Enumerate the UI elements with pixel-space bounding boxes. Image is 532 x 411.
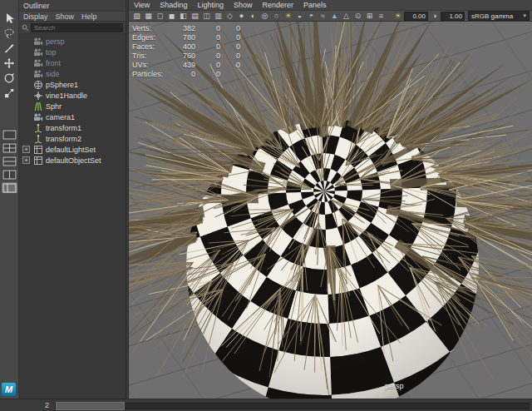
- viewport-menu-shading[interactable]: Shading: [160, 1, 187, 9]
- move-tool[interactable]: [2, 56, 17, 71]
- hud-total: 400: [170, 42, 195, 52]
- paint-select-tool[interactable]: [2, 41, 17, 56]
- view-cube-icon[interactable]: ▧: [131, 11, 142, 21]
- hair-icon: [33, 102, 43, 111]
- hud-component: 0: [220, 33, 240, 42]
- film-gate-icon[interactable]: ◻: [155, 11, 165, 21]
- outliner-item-defaultObjectSet[interactable]: +defaultObjectSet: [19, 155, 126, 166]
- viewport-menu-renderer[interactable]: Renderer: [262, 1, 293, 9]
- gamma-field[interactable]: 1.00: [441, 12, 465, 21]
- camera-attributes-icon[interactable]: ≡: [376, 11, 387, 21]
- textured-mode-icon[interactable]: ◐: [248, 11, 259, 21]
- hud-label: Tris:: [132, 52, 170, 61]
- search-icon: [22, 24, 29, 32]
- ambient-occlusion-icon[interactable]: ◓: [306, 11, 317, 21]
- range-slider-bar: 2: [0, 399, 532, 411]
- camera-label: persp: [385, 382, 404, 390]
- hud-total: 780: [170, 33, 195, 42]
- gamma-icon[interactable]: ◑: [429, 11, 440, 21]
- exposure-field[interactable]: 0.00: [404, 12, 428, 21]
- expander-icon[interactable]: +: [22, 156, 30, 164]
- isolate-select-icon[interactable]: ⊙: [352, 11, 363, 21]
- outliner-item-front[interactable]: front: [19, 57, 126, 68]
- outliner-menubar: DisplayShowHelp: [19, 11, 126, 22]
- hud-selected: 0: [195, 70, 220, 79]
- poly-count-hud: Verts:38200Edges:78000Faces:40000Tris:76…: [132, 24, 240, 79]
- outliner-item-side[interactable]: side: [19, 68, 126, 79]
- camera-icon: [33, 58, 43, 68]
- tool-box-layouts: [2, 129, 17, 193]
- outliner-item-defaultLightSet[interactable]: +defaultLightSet: [19, 144, 126, 155]
- camera-icon: [33, 112, 43, 122]
- snap-to-grid-icon[interactable]: ⊞: [364, 11, 375, 21]
- maya-logo[interactable]: M: [2, 383, 16, 396]
- outliner-item-persp[interactable]: persp: [19, 36, 126, 47]
- node-label: vine1Handle: [46, 92, 87, 100]
- hud-label: Particles:: [132, 70, 170, 79]
- layout-four-pane[interactable]: [2, 142, 17, 153]
- anti-aliasing-icon[interactable]: ▲: [329, 11, 340, 21]
- hud-selected: 0: [195, 24, 220, 33]
- outliner-item-pSphere1[interactable]: pSphere1: [19, 79, 126, 90]
- grid-toggle-icon[interactable]: ▦: [143, 11, 154, 21]
- node-label: side: [46, 70, 60, 78]
- hud-component: 0: [220, 52, 240, 61]
- layout-single-pane[interactable]: [2, 129, 17, 140]
- field-chart-icon[interactable]: ▤: [190, 11, 200, 21]
- scale-tool[interactable]: [2, 86, 17, 101]
- hud-row: Verts:38200: [132, 24, 240, 33]
- select-tool[interactable]: [2, 11, 17, 26]
- outliner-item-transform2[interactable]: transform2: [19, 133, 126, 144]
- outliner-menu-show[interactable]: Show: [56, 12, 75, 21]
- hud-component: 0: [220, 61, 240, 70]
- node-label: front: [46, 59, 61, 67]
- outliner-item-Sphr[interactable]: Sphr: [19, 101, 126, 111]
- xray-mode-icon[interactable]: △: [341, 11, 352, 21]
- safe-title-icon[interactable]: ▥: [213, 11, 224, 21]
- maya-window: Outliner DisplayShowHelp persptopfrontsi…: [0, 0, 532, 411]
- hud-total: 0: [170, 70, 195, 79]
- hud-row: Faces:40000: [132, 42, 240, 52]
- layout-two-pane-stacked[interactable]: [2, 156, 17, 166]
- outliner-menu-display[interactable]: Display: [23, 12, 48, 21]
- view-transform-select[interactable]: sRGB gamma▾: [468, 11, 530, 21]
- wireframe-on-shaded-icon[interactable]: ◎: [259, 11, 270, 21]
- tool-box-tools: [2, 11, 17, 101]
- resolution-gate-icon[interactable]: ◼: [166, 11, 177, 21]
- viewport-canvas[interactable]: Verts:38200Edges:78000Faces:40000Tris:76…: [129, 22, 532, 399]
- motion-blur-icon[interactable]: ≈: [318, 11, 328, 21]
- range-slider-groove[interactable]: [55, 403, 530, 409]
- lighting-all-icon[interactable]: ☀: [283, 11, 293, 21]
- default-material-icon[interactable]: ○: [271, 11, 282, 21]
- shaded-mode-icon[interactable]: ●: [236, 11, 247, 21]
- viewport-menu-panels[interactable]: Panels: [303, 1, 327, 9]
- layout-two-pane-side[interactable]: [2, 169, 17, 180]
- shadows-toggle-icon[interactable]: ◒: [294, 11, 305, 21]
- handle-icon: [33, 91, 43, 101]
- lasso-tool[interactable]: [2, 26, 17, 41]
- outliner-menu-help[interactable]: Help: [81, 12, 97, 21]
- outliner-search-input[interactable]: [31, 23, 123, 32]
- layout-outliner-persp[interactable]: [2, 182, 17, 193]
- range-slider-handle[interactable]: [56, 402, 125, 410]
- hud-row: Particles:00: [132, 70, 240, 79]
- exposure-icon[interactable]: ☀: [392, 11, 403, 21]
- viewport-menu-view[interactable]: View: [134, 1, 150, 9]
- safe-action-icon[interactable]: ◫: [201, 11, 212, 21]
- transform-icon: [33, 134, 43, 144]
- outliner-item-top[interactable]: top: [19, 47, 126, 57]
- outliner-tree: persptopfrontsidepSphere1vine1HandleSphr…: [19, 34, 126, 399]
- outliner-item-camera1[interactable]: camera1: [19, 111, 126, 122]
- expander-icon[interactable]: +: [22, 146, 30, 153]
- rotate-tool[interactable]: [2, 71, 17, 86]
- gate-mask-icon[interactable]: ◧: [178, 11, 189, 21]
- outliner-item-vine1Handle[interactable]: vine1Handle: [19, 90, 126, 101]
- wireframe-mode-icon[interactable]: ◇: [224, 11, 235, 21]
- viewport-menu-lighting[interactable]: Lighting: [197, 1, 224, 9]
- view-transform-label: sRGB gamma: [471, 12, 513, 20]
- hud-selected: 0: [195, 33, 220, 42]
- hud-total: 382: [170, 24, 195, 33]
- viewport-menubar: ViewShadingLightingShowRendererPanels: [129, 0, 532, 10]
- outliner-item-transform1[interactable]: transform1: [19, 122, 126, 133]
- viewport-menu-show[interactable]: Show: [234, 1, 253, 9]
